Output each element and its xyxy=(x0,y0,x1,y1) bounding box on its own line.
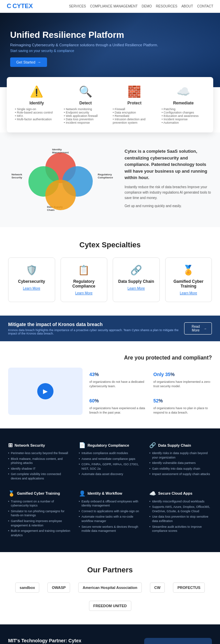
stats-video: Placeholder Image ▶ xyxy=(8,368,83,415)
features-grid: ⚠️ Identify Single sign-on Role-based ac… xyxy=(15,85,205,124)
feature-protect-list: Firewall Data encryption Remediate Intru… xyxy=(113,107,156,124)
about-text: Cytex is a complete SaaS solution, centr… xyxy=(125,148,212,212)
nav-links: SERVICES COMPLIANCE MANAGEMENT DEMO RESO… xyxy=(69,4,213,8)
cap-gamified-list: Training content on a number of cybersec… xyxy=(8,499,71,538)
cap-identity: 👤 Identity & Workflow Easily onboard & o… xyxy=(79,490,141,539)
about-section: IdentityManagement NetworkSecurity Regul… xyxy=(0,132,220,227)
cap-cloud-list: Identify misconfigured cloud workloads S… xyxy=(149,499,212,533)
partner-freedom: FREEDOM UNITED xyxy=(89,601,131,611)
diagram-label-regulatory: RegulatoryCompliance xyxy=(98,173,113,179)
cap-identity-list: Easily onboard & offboard employees with… xyxy=(79,499,141,533)
cap-network-list: Perimeter-less security beyond the firew… xyxy=(8,451,71,481)
protect-icon: 🧱 xyxy=(113,85,156,98)
feature-remediate-title: Remediate xyxy=(162,101,205,105)
spec-regulatory: 📋 Regulatory Compliance Learn More xyxy=(61,257,108,302)
cap-cloud: ☁️ Secure Cloud Apps Identify misconfigu… xyxy=(149,490,212,539)
identity-cap-icon: 👤 xyxy=(79,490,86,497)
nav-demo[interactable]: DEMO xyxy=(142,4,152,8)
navbar: CCYTEX SERVICES COMPLIANCE MANAGEMENT DE… xyxy=(0,0,220,13)
specialties-heading: Cytex Specialties xyxy=(8,241,212,249)
partner-profectus: PROFECTUS xyxy=(173,583,205,593)
nav-about[interactable]: ABOUT xyxy=(181,4,193,8)
feature-remediate: ☁️ Remediate Patching Configuration chan… xyxy=(162,85,205,124)
nav-services[interactable]: SERVICES xyxy=(69,4,86,8)
feature-protect-title: Protect xyxy=(113,101,156,105)
network-icon: ⊞ xyxy=(8,442,13,448)
feature-detect-list: Network monitoring Endpoint security Web… xyxy=(64,107,108,124)
spec-regulatory-learn[interactable]: Learn More xyxy=(65,291,103,295)
hero-section: Unified Resilience Platform Reimagining … xyxy=(0,13,220,87)
partner-logos: sandbox OWASP American Hospital Associat… xyxy=(8,583,212,611)
video-play-button[interactable]: ▶ xyxy=(37,383,53,399)
about-p3: Get up and running quickly and easily. xyxy=(125,203,212,209)
spec-gamified-learn[interactable]: Learn More xyxy=(170,291,208,295)
mit-heading: MIT's Technology Partner: Cytex xyxy=(8,638,137,643)
nav-resources[interactable]: RESOURCES xyxy=(156,4,177,8)
about-p2: Instantly reduce the risk of data breach… xyxy=(125,184,212,201)
partner-cw: CW xyxy=(150,583,165,593)
cap-gamified-title: 🏅 Gamified Cyber Training xyxy=(8,490,71,497)
stat-35-num: Only 35% xyxy=(153,368,212,378)
stat-60: 60% of organizations have experienced a … xyxy=(89,394,148,415)
hero-small: Start saving on your security & complian… xyxy=(10,49,210,53)
banner-text: Mitigate the impact of Kronos data breac… xyxy=(8,322,184,335)
logo[interactable]: CCYTEX xyxy=(7,3,33,10)
regulatory-cap-icon: 📄 xyxy=(79,442,86,448)
feature-identify-list: Single sign-on Role-based access control… xyxy=(15,107,59,121)
spec-data-supply-title: Data Supply Chain xyxy=(117,279,155,284)
partner-sandbox: sandbox xyxy=(15,583,39,593)
partner-owasp: OWASP xyxy=(47,583,70,593)
cap-supply-list: Identify risks in data supply chain beyo… xyxy=(149,451,212,476)
cap-supply: 🔗 Data Supply Chain Identify risks in da… xyxy=(149,442,212,482)
about-heading: Cytex is a complete SaaS solution, centr… xyxy=(125,148,212,181)
stat-43: 43% of organizations do not have a dedic… xyxy=(89,368,148,389)
capabilities-grid: ⊞ Network Security Perimeter-less securi… xyxy=(8,442,212,539)
stat-43-num: 43% xyxy=(89,368,148,378)
hero-subtitle: Reimagining Cybersecurity & Compliance s… xyxy=(10,43,210,47)
cap-regulatory-title: 📄 Regulatory Compliance xyxy=(79,442,141,448)
circle-supply xyxy=(45,180,76,210)
nav-contact[interactable]: CONTACT xyxy=(197,4,213,8)
spec-data-supply-learn[interactable]: Learn More xyxy=(117,287,155,290)
stats-heading: Are you protected and compliant? xyxy=(8,355,212,361)
spec-cybersecurity-title: Cybersecurity xyxy=(13,279,51,284)
stat-35-desc: of organizations have implemented a zero… xyxy=(153,380,212,388)
stats-numbers: 43% of organizations do not have a dedic… xyxy=(89,368,212,415)
read-more-button[interactable]: Read More xyxy=(184,322,212,335)
remediate-icon: ☁️ xyxy=(162,85,205,98)
cap-network-title: ⊞ Network Security xyxy=(8,442,71,448)
cybersecurity-icon: 🛡️ xyxy=(13,265,51,276)
cap-identity-title: 👤 Identity & Workflow xyxy=(79,490,141,497)
feature-identify-title: Identify xyxy=(15,101,59,105)
cloud-cap-icon: ☁️ xyxy=(149,490,156,497)
cap-regulatory-list: Intuitive compliance audit modules Asses… xyxy=(79,451,141,476)
detect-icon: 🔍 xyxy=(64,85,108,98)
banner-title: Mitigate the impact of Kronos data breac… xyxy=(8,322,184,327)
get-started-button[interactable]: Get Started xyxy=(10,57,47,67)
mit-section: MIT's Technology Partner: Cytex Massachu… xyxy=(0,624,220,644)
feature-protect: 🧱 Protect Firewall Data encryption Remed… xyxy=(113,85,156,124)
feature-detect: 🔍 Detect Network monitoring Endpoint sec… xyxy=(64,85,108,124)
gamified-icon: 🏅 xyxy=(170,265,208,276)
nav-compliance[interactable]: COMPLIANCE MANAGEMENT xyxy=(90,4,138,8)
stat-60-num: 60% xyxy=(89,394,148,405)
kronos-banner: Mitigate the impact of Kronos data breac… xyxy=(0,316,220,341)
hero-title: Unified Resilience Platform xyxy=(10,30,210,40)
feature-identify: ⚠️ Identify Single sign-on Role-based ac… xyxy=(15,85,59,124)
partners-heading: Our Partners xyxy=(8,566,212,574)
capabilities-section: ⊞ Network Security Perimeter-less securi… xyxy=(0,428,220,552)
cap-network: ⊞ Network Security Perimeter-less securi… xyxy=(8,442,71,482)
cap-supply-title: 🔗 Data Supply Chain xyxy=(149,442,212,448)
mit-video: ▶ 🔵 CYTEX xyxy=(144,638,212,644)
spec-cybersecurity: 🛡️ Cybersecurity Learn More xyxy=(8,257,55,302)
features-card: ⚠️ Identify Single sign-on Role-based ac… xyxy=(7,77,213,132)
spec-cybersecurity-learn[interactable]: Learn More xyxy=(13,287,51,290)
stat-35: Only 35% of organizations have implement… xyxy=(153,368,212,389)
stat-60-desc: of organizations have experienced a data… xyxy=(89,406,148,415)
spec-gamified-title: Gamified Cyber Training xyxy=(170,279,208,289)
stats-layout: Placeholder Image ▶ 43% of organizations… xyxy=(8,368,212,415)
stat-52: 52% of organizations have no plan in pla… xyxy=(153,394,212,415)
mit-text: MIT's Technology Partner: Cytex Massachu… xyxy=(8,638,137,644)
feature-detect-title: Detect xyxy=(64,101,108,105)
banner-desc: Kronos data breach highlights the import… xyxy=(8,328,184,335)
